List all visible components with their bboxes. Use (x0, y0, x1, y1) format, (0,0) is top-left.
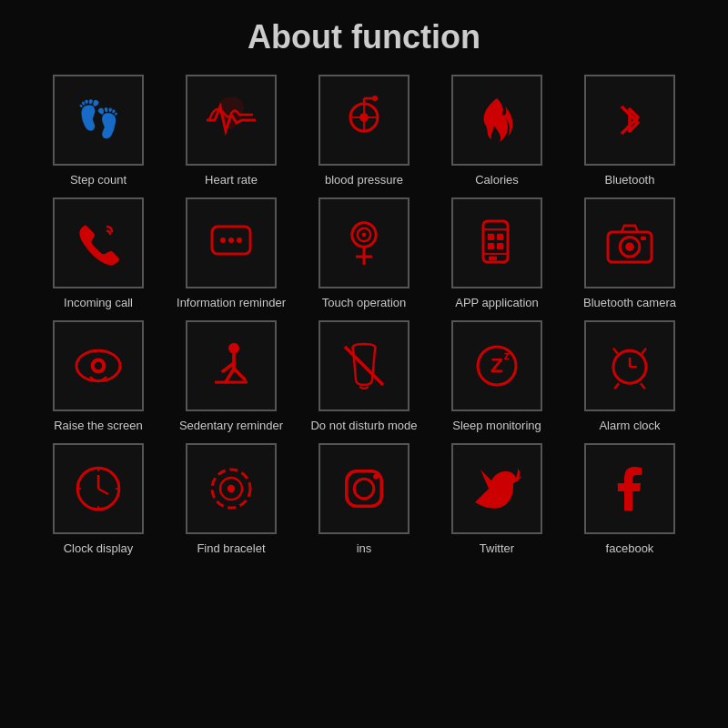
label-sedentary-reminder: Sedentary reminder (179, 419, 283, 434)
icon-box-facebook (584, 443, 675, 534)
icon-box-calories (451, 75, 542, 166)
label-ins: ins (357, 541, 372, 557)
svg-text:Z: Z (490, 353, 503, 377)
function-grid: 👣Step countHeart rateblood pressureCalor… (0, 66, 728, 566)
svg-rect-22 (497, 234, 503, 240)
icon-box-step-count: 👣 (53, 75, 144, 166)
function-item-bluetooth: Bluetooth (568, 75, 692, 188)
function-item-facebook: facebook (568, 443, 692, 557)
label-raise-screen: Raise the screen (54, 419, 143, 434)
svg-point-5 (372, 96, 378, 101)
function-item-heart-rate: Heart rate (169, 75, 293, 188)
function-item-blood-pressure: blood pressure (302, 75, 426, 188)
icon-box-bluetooth (584, 75, 675, 166)
svg-line-43 (614, 383, 619, 389)
icon-box-blood-pressure (318, 75, 410, 166)
icon-box-heart-rate (186, 75, 277, 166)
svg-point-14 (362, 232, 367, 237)
label-incoming-call: Incoming call (64, 296, 133, 311)
label-twitter: Twitter (480, 541, 514, 557)
svg-line-34 (345, 347, 383, 385)
function-item-sleep-monitoring: ZzSleep monitoring (435, 320, 559, 434)
svg-point-54 (228, 484, 235, 491)
label-facebook: facebook (606, 541, 654, 557)
icon-box-sleep-monitoring: Zz (451, 320, 542, 411)
icon-box-do-not-disturb (318, 320, 410, 411)
label-do-not-disturb: Do not disturb mode (310, 419, 417, 434)
icon-box-raise-screen (53, 320, 144, 411)
svg-point-57 (373, 473, 379, 479)
svg-point-56 (354, 479, 374, 499)
function-item-alarm-clock: Alarm clock (568, 320, 692, 434)
label-heart-rate: Heart rate (205, 173, 258, 188)
icon-box-incoming-call (53, 197, 144, 288)
function-item-find-bracelet: Find bracelet (169, 443, 293, 557)
svg-point-11 (237, 238, 242, 243)
label-clock-display: Clock display (64, 541, 134, 557)
icon-box-touch-operation (318, 197, 410, 288)
svg-point-9 (220, 238, 226, 243)
label-touch-operation: Touch operation (322, 296, 407, 311)
svg-text:👣: 👣 (76, 97, 121, 140)
icon-box-app-application (451, 197, 542, 288)
function-item-bluetooth-camera: Bluetooth camera (568, 197, 692, 311)
icon-box-information-reminder (186, 197, 277, 288)
function-item-touch-operation: Touch operation (302, 197, 426, 311)
function-item-app-application: APP application (435, 197, 559, 311)
svg-rect-21 (488, 234, 494, 240)
icon-box-clock-display (53, 443, 144, 534)
function-item-ins: ins (302, 443, 426, 557)
label-step-count: Step count (70, 173, 126, 188)
label-calories: Calories (475, 173, 519, 188)
label-bluetooth-camera: Bluetooth camera (583, 296, 676, 311)
function-item-do-not-disturb: Do not disturb mode (302, 320, 426, 434)
function-item-step-count: 👣Step count (36, 75, 160, 188)
label-find-bracelet: Find bracelet (197, 541, 265, 557)
svg-rect-20 (489, 256, 497, 260)
label-alarm-clock: Alarm clock (599, 419, 660, 434)
svg-point-27 (625, 242, 634, 251)
function-item-information-reminder: Information reminder (169, 197, 293, 311)
svg-rect-17 (483, 221, 508, 262)
svg-rect-23 (488, 243, 494, 249)
label-sleep-monitoring: Sleep monitoring (452, 419, 541, 434)
page-title: About function (0, 0, 728, 66)
svg-line-41 (613, 349, 618, 354)
function-item-twitter: Twitter (435, 443, 559, 557)
function-item-incoming-call: Incoming call (36, 197, 160, 311)
label-app-application: APP application (455, 296, 539, 311)
svg-line-44 (641, 383, 645, 389)
svg-point-10 (228, 238, 234, 243)
function-item-raise-screen: Raise the screen (36, 320, 160, 434)
icon-box-twitter (451, 443, 542, 534)
svg-rect-28 (641, 237, 646, 240)
icon-box-find-bracelet (186, 443, 277, 534)
function-item-sedentary-reminder: Sedentary reminder (169, 320, 293, 434)
icon-box-sedentary-reminder (186, 320, 277, 411)
svg-point-31 (95, 362, 102, 369)
label-bluetooth: Bluetooth (605, 173, 655, 188)
label-information-reminder: Information reminder (177, 296, 286, 311)
label-blood-pressure: blood pressure (325, 173, 403, 188)
function-item-calories: Calories (435, 75, 559, 188)
svg-line-47 (98, 489, 108, 494)
icon-box-ins (318, 443, 410, 534)
svg-rect-24 (497, 243, 503, 249)
function-item-clock-display: Clock display (36, 443, 160, 557)
svg-text:z: z (504, 349, 510, 362)
icon-box-alarm-clock (584, 320, 675, 411)
icon-box-bluetooth-camera (584, 197, 675, 288)
svg-line-42 (642, 349, 646, 354)
